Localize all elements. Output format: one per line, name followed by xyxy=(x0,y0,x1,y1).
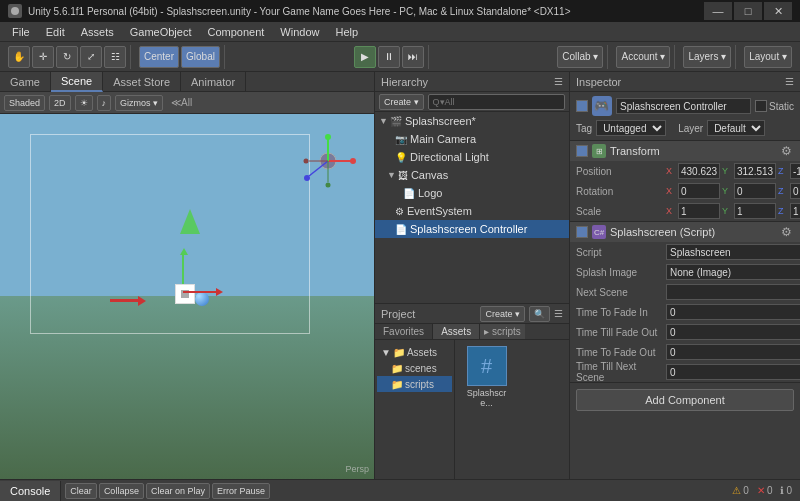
next-scene-input[interactable] xyxy=(666,284,800,300)
transform-gear-button[interactable]: ⚙ xyxy=(778,143,794,159)
tab-scene[interactable]: Scene xyxy=(51,72,103,92)
hierarchy-item-logo[interactable]: 📄 Logo xyxy=(375,184,569,202)
scene-view[interactable]: Persp xyxy=(0,114,374,479)
rect-tool-button[interactable]: ☷ xyxy=(104,46,126,68)
script-value-input[interactable]: Splashscreen xyxy=(666,244,800,260)
menu-component[interactable]: Component xyxy=(199,22,272,42)
scale-y-input[interactable]: 1 xyxy=(734,203,776,219)
svg-point-10 xyxy=(304,159,309,164)
minimize-button[interactable]: — xyxy=(704,2,732,20)
tab-animator[interactable]: Animator xyxy=(181,72,246,92)
hand-tool-button[interactable]: ✋ xyxy=(8,46,30,68)
project-assets-tab[interactable]: Assets xyxy=(433,324,480,339)
tree-item-assets[interactable]: ▼ 📁 Assets xyxy=(377,344,452,360)
time-fade-out-input[interactable]: 0 xyxy=(666,344,800,360)
transform-icon: ⊞ xyxy=(592,144,606,158)
rot-x-input[interactable]: 0 xyxy=(678,183,720,199)
step-button[interactable]: ⏭ xyxy=(402,46,424,68)
gizmos-button[interactable]: Gizmos ▾ xyxy=(115,95,163,111)
hierarchy-item-splashscreen[interactable]: ▼ 🎬 Splashscreen* xyxy=(375,112,569,130)
menu-file[interactable]: File xyxy=(4,22,38,42)
script-enabled-checkbox[interactable] xyxy=(576,226,588,238)
hierarchy-item-eventsystem[interactable]: ⚙ EventSystem xyxy=(375,202,569,220)
layers-button[interactable]: Layers ▾ xyxy=(683,46,731,68)
tree-item-scenes[interactable]: 📁 scenes xyxy=(377,360,452,376)
project-menu-icon[interactable]: ☰ xyxy=(554,308,563,319)
center-button[interactable]: Center xyxy=(139,46,179,68)
transform-enabled-checkbox[interactable] xyxy=(576,145,588,157)
svg-point-8 xyxy=(304,175,310,181)
collapse-button[interactable]: Collapse xyxy=(99,483,144,499)
time-next-scene-input[interactable]: 0 xyxy=(666,364,800,380)
layout-button[interactable]: Layout ▾ xyxy=(744,46,792,68)
tree-item-scripts[interactable]: 📁 scripts xyxy=(377,376,452,392)
collab-button[interactable]: Collab ▾ xyxy=(557,46,603,68)
rot-y-label: Y xyxy=(722,186,732,196)
object-name-input[interactable] xyxy=(616,98,751,114)
hierarchy-item-splashcontroller[interactable]: 📄 Splashscreen Controller xyxy=(375,220,569,238)
account-button[interactable]: Account ▾ xyxy=(616,46,670,68)
maximize-button[interactable]: □ xyxy=(734,2,762,20)
script-header[interactable]: C# Splashscreen (Script) ⚙ xyxy=(570,222,800,242)
error-pause-button[interactable]: Error Pause xyxy=(212,483,270,499)
transform-header[interactable]: ⊞ Transform ⚙ xyxy=(570,141,800,161)
tab-console[interactable]: Console xyxy=(0,481,60,501)
pos-y-input[interactable]: 312.513 xyxy=(734,163,776,179)
rot-z-input[interactable]: 0 xyxy=(790,183,800,199)
rotate-tool-button[interactable]: ↻ xyxy=(56,46,78,68)
file-name-splashscreen: Splashscre... xyxy=(461,388,512,408)
hierarchy-item-canvas[interactable]: ▼ 🖼 Canvas xyxy=(375,166,569,184)
file-item-splashscreen[interactable]: # Splashscre... xyxy=(459,344,514,475)
script-gear-button[interactable]: ⚙ xyxy=(778,224,794,240)
position-values: X 430.623 Y 312.513 Z -163.20 xyxy=(666,163,800,179)
project-scripts-tab[interactable]: ▸ scripts xyxy=(480,324,525,339)
menu-assets[interactable]: Assets xyxy=(73,22,122,42)
hier-label-dirlight: Directional Light xyxy=(410,151,489,163)
pos-z-input[interactable]: -163.20 xyxy=(790,163,800,179)
pos-x-input[interactable]: 430.623 xyxy=(678,163,720,179)
hierarchy-menu-icon[interactable]: ☰ xyxy=(554,76,563,87)
hierarchy-item-maincamera[interactable]: 📷 Main Camera xyxy=(375,130,569,148)
pause-button[interactable]: ⏸ xyxy=(378,46,400,68)
menu-gameobject[interactable]: GameObject xyxy=(122,22,200,42)
static-checkbox[interactable] xyxy=(755,100,767,112)
light-button[interactable]: ☀ xyxy=(75,95,93,111)
menu-window[interactable]: Window xyxy=(272,22,327,42)
project-create-button[interactable]: Create ▾ xyxy=(480,306,525,322)
rot-y-input[interactable]: 0 xyxy=(734,183,776,199)
hierarchy-item-dirlight[interactable]: 💡 Directional Light xyxy=(375,148,569,166)
inspector-menu-icon[interactable]: ☰ xyxy=(785,76,794,87)
add-component-button[interactable]: Add Component xyxy=(576,389,794,411)
menu-edit[interactable]: Edit xyxy=(38,22,73,42)
play-button[interactable]: ▶ xyxy=(354,46,376,68)
layer-select[interactable]: Default xyxy=(707,120,765,136)
menu-help[interactable]: Help xyxy=(327,22,366,42)
inspector-title: Inspector xyxy=(576,76,621,88)
audio-button[interactable]: ♪ xyxy=(97,95,112,111)
time-till-fade-out-input[interactable]: 0 xyxy=(666,324,800,340)
active-checkbox[interactable] xyxy=(576,100,588,112)
close-button[interactable]: ✕ xyxy=(764,2,792,20)
hier-icon-maincamera: 📷 xyxy=(395,134,407,145)
shaded-button[interactable]: Shaded xyxy=(4,95,45,111)
scale-x-input[interactable]: 1 xyxy=(678,203,720,219)
hierarchy-search-input[interactable] xyxy=(428,94,565,110)
splash-image-input[interactable]: None (Image) xyxy=(666,264,800,280)
scale-z-input[interactable]: 1 xyxy=(790,203,800,219)
svg-point-12 xyxy=(326,183,331,188)
2d-button[interactable]: 2D xyxy=(49,95,71,111)
tab-game[interactable]: Game xyxy=(0,72,51,92)
project-search-button[interactable]: 🔍 xyxy=(529,306,550,322)
global-button[interactable]: Global xyxy=(181,46,220,68)
tab-asset-store[interactable]: Asset Store xyxy=(103,72,181,92)
scale-tool-button[interactable]: ⤢ xyxy=(80,46,102,68)
position-label: Position xyxy=(576,166,666,177)
tag-select[interactable]: Untagged xyxy=(596,120,666,136)
hierarchy-create-button[interactable]: Create ▾ xyxy=(379,94,424,110)
transform-section: ⊞ Transform ⚙ Position X 430.623 Y 312.5… xyxy=(570,141,800,222)
move-tool-button[interactable]: ✛ xyxy=(32,46,54,68)
time-fade-in-input[interactable]: 0 xyxy=(666,304,800,320)
clear-button[interactable]: Clear xyxy=(65,483,97,499)
clear-on-play-button[interactable]: Clear on Play xyxy=(146,483,210,499)
project-favorites-tab[interactable]: Favorites xyxy=(375,324,433,339)
